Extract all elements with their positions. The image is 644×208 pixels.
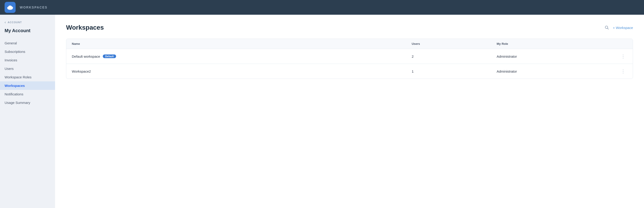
workspace-role-cell: Administrator: [491, 49, 604, 64]
sidebar-item-workspaces[interactable]: Workspaces: [0, 81, 55, 90]
table-body: Default workspace Default 2 Administrato…: [66, 49, 633, 79]
workspace-name-text: Default workspace: [72, 55, 100, 58]
sidebar-item-usage-summary[interactable]: Usage Summary: [0, 98, 55, 107]
svg-line-5: [608, 28, 609, 30]
topbar: WORKSPACES: [0, 0, 644, 15]
sidebar-item-subscriptions[interactable]: Subscriptions: [0, 47, 55, 56]
header-actions: + Workspace: [604, 25, 633, 30]
sidebar-navigation: General Subscriptions Invoices Users Wor…: [0, 39, 55, 107]
topbar-title: WORKSPACES: [20, 6, 48, 9]
column-header-name: Name: [66, 39, 406, 49]
sidebar-item-notifications[interactable]: Notifications: [0, 90, 55, 98]
column-header-users: Users: [406, 39, 491, 49]
sidebar-item-invoices[interactable]: Invoices: [0, 56, 55, 64]
back-arrow-icon: ‹: [4, 20, 6, 24]
sidebar-back-button[interactable]: ‹ ACCOUNT: [0, 20, 55, 28]
search-button[interactable]: [604, 25, 609, 30]
sidebar-item-general[interactable]: General: [0, 39, 55, 47]
workspace-users-cell: 2: [406, 49, 491, 64]
sidebar-account-title: My Account: [0, 28, 55, 39]
main-content: Workspaces + Workspace Name Users My R: [55, 15, 644, 208]
workspace-users-cell: 1: [406, 64, 491, 79]
app-layout: ‹ ACCOUNT My Account General Subscriptio…: [0, 15, 644, 208]
sidebar-section-label: ACCOUNT: [8, 21, 22, 24]
workspace-name-cell: Default workspace Default: [66, 49, 406, 64]
table-row: Default workspace Default 2 Administrato…: [66, 49, 633, 64]
workspaces-table-container: Name Users My Role Default workspace Def…: [66, 39, 633, 79]
column-header-role: My Role: [491, 39, 604, 49]
svg-point-3: [8, 6, 12, 8]
workspace-name-text: Workspace2: [72, 69, 91, 73]
sidebar-item-workspace-roles[interactable]: Workspace Roles: [0, 73, 55, 81]
table-header: Name Users My Role: [66, 39, 633, 49]
add-workspace-button[interactable]: + Workspace: [613, 26, 633, 30]
workspace-row-menu-button[interactable]: ⋮: [619, 53, 627, 60]
workspace-role-cell: Administrator: [491, 64, 604, 79]
default-badge: Default: [103, 55, 116, 58]
workspaces-table: Name Users My Role Default workspace Def…: [66, 39, 633, 79]
workspace-actions-cell: ⋮: [604, 49, 633, 64]
sidebar: ‹ ACCOUNT My Account General Subscriptio…: [0, 15, 55, 208]
sidebar-item-users[interactable]: Users: [0, 64, 55, 73]
page-header: Workspaces + Workspace: [66, 24, 633, 31]
search-icon: [604, 25, 609, 30]
workspace-actions-cell: ⋮: [604, 64, 633, 79]
page-title: Workspaces: [66, 24, 104, 31]
table-row: Workspace2 1 Administrator ⋮: [66, 64, 633, 79]
workspace-row-menu-button[interactable]: ⋮: [619, 68, 627, 75]
workspace-name-cell: Workspace2: [66, 64, 406, 79]
app-logo: [4, 2, 16, 13]
column-header-actions: [604, 39, 633, 49]
